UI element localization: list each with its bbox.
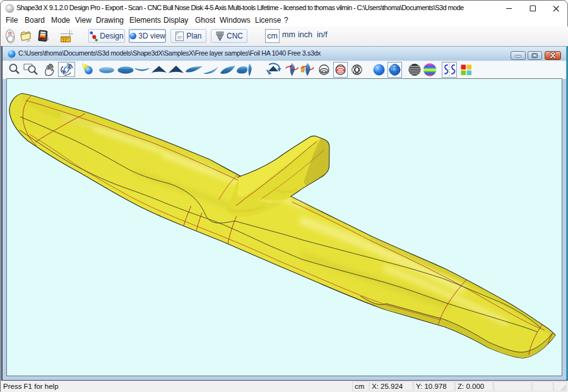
svg-text:1 2: 1 2 xyxy=(62,39,67,42)
